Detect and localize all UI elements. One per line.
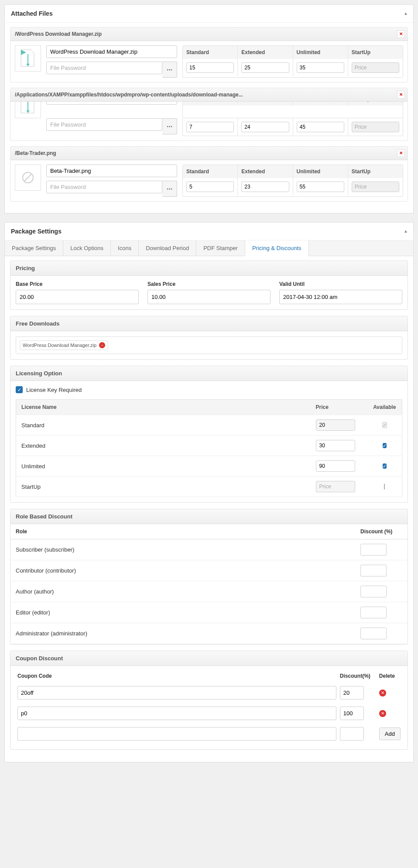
license-price-header: Price <box>311 400 367 415</box>
chip-remove-icon[interactable]: − <box>99 342 105 348</box>
price-header-startup: StartUp <box>348 165 403 178</box>
base-price-label: Base Price <box>16 281 139 287</box>
price-extended-input[interactable] <box>241 182 289 192</box>
role-name: Editor (editor) <box>10 602 355 623</box>
package-settings-title: Package Settings <box>11 228 62 235</box>
file-path: /WordPress Download Manager.zip <box>15 31 102 37</box>
role-header: Role <box>10 524 355 539</box>
price-header-standard: Standard <box>183 102 238 106</box>
role-discount-input[interactable] <box>360 565 387 576</box>
sales-price-input[interactable] <box>147 290 271 304</box>
tab-download-period[interactable]: Download Period <box>139 240 196 256</box>
file-name-input[interactable] <box>46 102 177 105</box>
license-available-checkbox[interactable]: ✓ <box>383 463 387 469</box>
price-extended-input[interactable] <box>241 122 289 132</box>
role-discount-header: Role Based Discount <box>10 509 408 524</box>
price-startup-input <box>352 62 399 73</box>
coupon-discount-header: Discount(%) <box>338 669 377 683</box>
tab-package-settings[interactable]: Package Settings <box>5 240 63 256</box>
role-discount-section: Role Based Discount Role Discount (%) Su… <box>10 509 408 645</box>
tab-icons[interactable]: Icons <box>111 240 139 256</box>
coupon-code-input[interactable] <box>17 707 336 720</box>
coupon-row: ✕ <box>16 703 402 724</box>
file-path-header: /Beta-Trader.png ✕ <box>10 147 408 160</box>
base-price-input[interactable] <box>16 290 139 304</box>
valid-until-input[interactable] <box>279 290 402 304</box>
attached-files-panel: Attached Files ▲ /WordPress Download Man… <box>4 4 414 213</box>
role-row: Subscriber (subscriber) <box>10 539 408 560</box>
collapse-icon[interactable]: ▲ <box>404 11 408 16</box>
price-unlimited-input[interactable] <box>297 122 344 132</box>
password-generate-button[interactable]: ⋯ <box>162 181 177 197</box>
license-name: Extended <box>16 436 311 456</box>
file-thumbnail <box>15 45 41 72</box>
collapse-icon[interactable]: ▲ <box>404 229 408 233</box>
tab-pdf-stamper[interactable]: PDF Stamper <box>196 240 245 256</box>
licensing-header: Licensing Option <box>10 366 408 381</box>
license-available-checkbox[interactable]: ✓ <box>382 422 387 428</box>
role-discount-input[interactable] <box>360 544 387 556</box>
price-extended-input[interactable] <box>241 62 289 73</box>
password-generate-button[interactable]: ⋯ <box>162 62 177 78</box>
coupon-discount-input[interactable] <box>340 686 364 700</box>
role-discount-input[interactable] <box>360 607 387 618</box>
delete-file-button[interactable]: ✕ <box>397 91 405 99</box>
role-discount-table: Role Discount (%) Subscriber (subscriber… <box>10 524 408 644</box>
coupon-delete-icon[interactable]: ✕ <box>379 690 386 696</box>
price-header-unlimited: Unlimited <box>293 102 348 106</box>
coupon-header: Coupon Discount <box>10 651 408 666</box>
license-price-input[interactable] <box>316 460 355 472</box>
file-name-input[interactable] <box>46 165 177 177</box>
price-unlimited-input[interactable] <box>297 62 344 73</box>
license-price-input[interactable] <box>316 440 355 451</box>
delete-file-button[interactable]: ✕ <box>397 30 405 38</box>
price-standard-input[interactable] <box>186 122 234 132</box>
role-discount-input[interactable] <box>360 628 387 639</box>
tab-lock-options[interactable]: Lock Options <box>63 240 111 256</box>
file-name-input[interactable] <box>46 45 177 58</box>
file-password-input[interactable] <box>46 181 162 193</box>
coupon-add-button[interactable]: Add <box>379 727 401 740</box>
file-password-input[interactable] <box>46 62 162 74</box>
file-path-header: /Applications/XAMPP/xamppfiles/htdocs/wp… <box>10 88 408 102</box>
license-name: Standard <box>16 415 311 436</box>
license-price-input[interactable] <box>316 481 355 492</box>
price-header-standard: Standard <box>183 165 238 178</box>
coupon-row: ✕ <box>16 683 402 703</box>
delete-file-button[interactable]: ✕ <box>397 149 405 157</box>
coupon-code-header: Coupon Code <box>16 669 338 683</box>
password-generate-button[interactable]: ⋯ <box>162 118 177 134</box>
package-settings-header: Package Settings ▲ <box>5 223 413 240</box>
file-path: /Beta-Trader.png <box>15 150 56 156</box>
coupon-delete-header: Delete <box>377 669 402 683</box>
role-name: Subscriber (subscriber) <box>10 539 355 560</box>
file-thumbnail <box>15 102 41 118</box>
package-settings-panel: Package Settings ▲ Package Settings Lock… <box>4 222 414 762</box>
license-row: Extended ✓ <box>16 436 402 456</box>
file-path: /Applications/XAMPP/xamppfiles/htdocs/wp… <box>15 92 243 98</box>
role-discount-input[interactable] <box>360 586 387 597</box>
price-header-extended: Extended <box>238 102 293 106</box>
price-unlimited-input[interactable] <box>297 182 344 192</box>
price-standard-input[interactable] <box>186 62 234 73</box>
license-available-checkbox[interactable] <box>384 484 385 490</box>
license-price-input[interactable] <box>316 419 355 431</box>
role-name: Administrator (administrator) <box>10 623 355 644</box>
coupon-discount-input[interactable] <box>340 727 364 741</box>
license-row: Unlimited ✓ <box>16 456 402 477</box>
price-standard-input[interactable] <box>186 182 234 192</box>
free-downloads-section: Free Downloads WordPress Download Manage… <box>10 316 408 360</box>
coupon-code-input[interactable] <box>17 686 336 700</box>
file-password-input[interactable] <box>46 118 162 131</box>
license-available-checkbox[interactable]: ✓ <box>383 443 387 448</box>
tab-pricing-discounts[interactable]: Pricing & Discounts <box>245 240 309 256</box>
free-downloads-header: Free Downloads <box>10 316 408 331</box>
price-header-unlimited: Unlimited <box>293 165 348 178</box>
price-header-extended: Extended <box>238 46 293 59</box>
svg-rect-1 <box>27 102 28 111</box>
file-card: /Beta-Trader.png ✕ ⋯ Standard <box>10 146 408 202</box>
coupon-code-input[interactable] <box>17 727 336 741</box>
license-required-checkbox[interactable]: ✓ <box>16 386 23 393</box>
coupon-discount-input[interactable] <box>340 707 364 720</box>
coupon-delete-icon[interactable]: ✕ <box>379 710 386 717</box>
